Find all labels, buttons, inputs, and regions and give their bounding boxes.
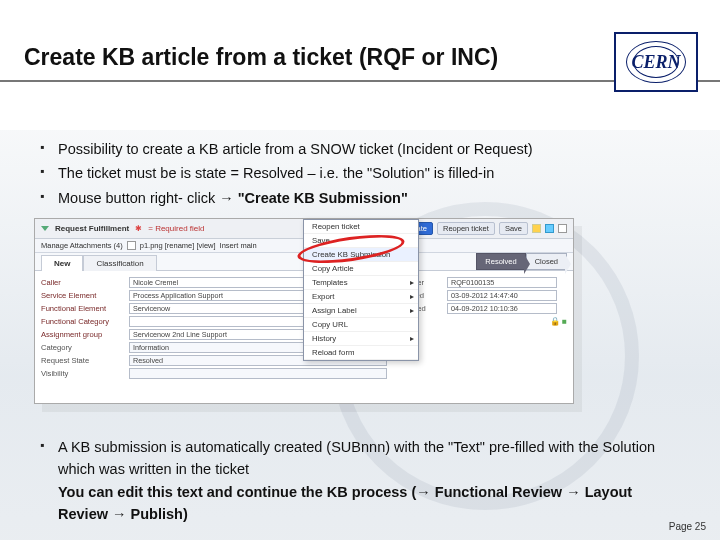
ctx-item[interactable]: History	[304, 332, 418, 346]
field-label: Assignment group	[41, 330, 129, 339]
reopen-button[interactable]: Reopen ticket	[437, 222, 495, 235]
field-value[interactable]: RQF0100135	[447, 277, 557, 288]
required-label: = Required field	[148, 224, 204, 233]
bullet-list-bottom: A KB submission is automatically created…	[40, 436, 680, 528]
field-label: Functional Element	[41, 304, 129, 313]
field-label: Visibility	[41, 369, 129, 378]
field-value[interactable]	[129, 368, 387, 379]
back-icon	[41, 226, 49, 231]
attachments-label[interactable]: Manage Attachments (4)	[41, 241, 123, 250]
ctx-item[interactable]: Templates	[304, 276, 418, 290]
save-button[interactable]: Save	[499, 222, 528, 235]
tab-new[interactable]: New	[41, 255, 83, 271]
bullet-bold: Functional Review	[431, 484, 566, 500]
field-label: Service Element	[41, 291, 129, 300]
cern-logo: CERN	[614, 32, 698, 92]
bullet-item: Mouse button right- click → "Create KB S…	[40, 187, 680, 209]
form-right-col: NumberRQF0100135 Opened03-09-2012 14:47:…	[397, 275, 567, 381]
misc-icon[interactable]	[558, 224, 567, 233]
bullet-item: The ticket must be is state = Resolved –…	[40, 162, 680, 184]
ctx-item[interactable]: Copy Article	[304, 262, 418, 276]
bullet-bold: You can edit this text and continue the …	[58, 484, 416, 500]
arrow-icon: →	[219, 190, 234, 206]
bullet-bold: Publish)	[127, 506, 188, 522]
header-label: Request Fulfillment	[55, 224, 129, 233]
required-star-icon: ✱	[135, 224, 142, 233]
field-label: Caller	[41, 278, 129, 287]
ctx-item[interactable]: Copy URL	[304, 318, 418, 332]
field-value[interactable]: 04-09-2012 10:10:36	[447, 303, 557, 314]
field-label: Functional Category	[41, 317, 129, 326]
arrow-icon: →	[416, 484, 431, 500]
arrow-icon: →	[566, 484, 581, 500]
bullet-item: A KB submission is automatically created…	[40, 436, 680, 526]
stepper: Resolved Closed	[476, 253, 567, 270]
face-icon[interactable]	[532, 224, 541, 233]
attach-files[interactable]: p1.png [rename] [view]	[140, 241, 216, 250]
bullet-item: Possibility to create a KB article from …	[40, 138, 680, 160]
field-label: Category	[41, 343, 129, 352]
ctx-item[interactable]: Reload form	[304, 346, 418, 360]
tab-classification[interactable]: Classification	[83, 255, 156, 271]
ctx-item[interactable]: Export	[304, 290, 418, 304]
bullet-list-top: Possibility to create a KB article from …	[40, 138, 680, 211]
step-closed[interactable]: Closed	[526, 253, 567, 270]
title-underline	[0, 80, 720, 82]
ctx-item[interactable]: Reopen ticket	[304, 220, 418, 234]
attach-rest: Insert main	[220, 241, 257, 250]
lock-icons: 🔒 ■	[447, 316, 567, 326]
arrow-icon: →	[112, 506, 127, 522]
screenshot-mock: Request Fulfillment ✱ = Required field U…	[34, 218, 574, 404]
bullet-text: Mouse button right- click	[58, 190, 219, 206]
step-resolved[interactable]: Resolved	[476, 253, 525, 270]
attach-icon	[127, 241, 136, 250]
field-value[interactable]: 03-09-2012 14:47:40	[447, 290, 557, 301]
slide-title: Create KB article from a ticket (RQF or …	[24, 44, 498, 71]
ctx-item[interactable]: Assign Label	[304, 304, 418, 318]
print-icon[interactable]	[545, 224, 554, 233]
bullet-text: A KB submission is automatically created…	[58, 439, 655, 477]
bullet-bold: "Create KB Submission"	[238, 190, 408, 206]
field-label: Request State	[41, 356, 129, 365]
